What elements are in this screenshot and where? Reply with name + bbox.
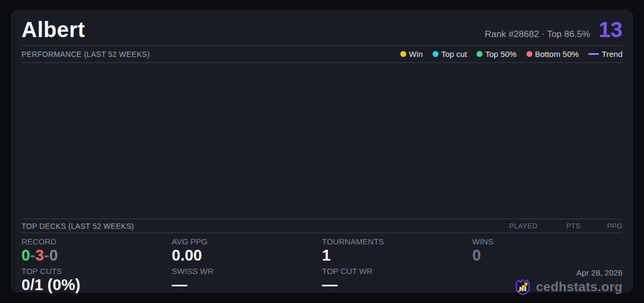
performance-chart — [21, 63, 623, 219]
stats-grid: RECORD 0-3-0 AVG PPG 0.00 TOURNAMENTS 1 … — [21, 233, 623, 297]
top-decks-column-headers: PLAYED PTS PPG — [488, 222, 623, 230]
stat-top-cuts: TOP CUTS 0/1 (0%) — [21, 266, 172, 296]
performance-section-title: PERFORMANCE (LAST 52 WEEKS) — [21, 50, 150, 59]
highlight-number: 13 — [599, 18, 623, 42]
trend-line-icon — [588, 53, 599, 55]
stat-record: RECORD 0-3-0 — [21, 237, 172, 266]
top-cut-wr-label: TOP CUT WR — [322, 266, 472, 276]
stat-avg-ppg: AVG PPG 0.00 — [172, 237, 322, 266]
legend-item-top-50[interactable]: Top 50% — [477, 49, 516, 59]
page-title: Albert — [21, 18, 85, 42]
record-separator: - — [30, 247, 35, 264]
avg-ppg-value: 0.00 — [172, 247, 322, 264]
stat-swiss-wr: SWISS WR — — [172, 266, 322, 296]
legend-item-win[interactable]: Win — [400, 49, 423, 59]
avg-ppg-label: AVG PPG — [172, 237, 322, 246]
legend-item-bottom-50[interactable]: Bottom 50% — [526, 49, 579, 59]
record-separator: - — [44, 247, 49, 264]
win-dot-icon — [400, 51, 406, 57]
record-label: RECORD — [21, 237, 172, 246]
legend-label: Bottom 50% — [535, 49, 579, 59]
rank-text: Rank #28682 · Top 86.5% — [485, 29, 590, 40]
top-cut-dot-icon — [433, 51, 438, 57]
swiss-wr-value: — — [172, 276, 322, 294]
cedhstats-logo-icon — [514, 278, 531, 295]
chart-legend: Win Top cut Top 50% Bottom 50% Trend — [400, 49, 623, 59]
legend-label: Top cut — [441, 49, 467, 59]
record-value: 0-3-0 — [21, 247, 172, 264]
top-cut-wr-value: — — [322, 276, 472, 294]
record-losses: 3 — [35, 247, 44, 264]
top-cuts-label: TOP CUTS — [21, 266, 172, 276]
brand-text: cedhstats.org — [536, 279, 623, 294]
rank-summary: Rank #28682 · Top 86.5% 13 — [485, 18, 623, 42]
date-text: Apr 28, 2026 — [472, 268, 623, 277]
column-header-pts: PTS — [538, 222, 581, 230]
legend-label: Win — [409, 49, 423, 59]
wins-value: 0 — [472, 247, 623, 264]
legend-item-trend[interactable]: Trend — [588, 49, 623, 59]
top-decks-section-title: TOP DECKS (LAST 52 WEEKS) — [21, 222, 134, 230]
performance-header-row: PERFORMANCE (LAST 52 WEEKS) Win Top cut … — [21, 46, 623, 62]
record-wins: 0 — [21, 247, 30, 264]
top-decks-header-row: TOP DECKS (LAST 52 WEEKS) PLAYED PTS PPG — [21, 219, 623, 233]
bottom-50-dot-icon — [526, 51, 532, 57]
tournaments-value: 1 — [322, 247, 472, 264]
wins-label: WINS — [472, 237, 623, 246]
record-draws: 0 — [49, 247, 58, 264]
column-header-played: PLAYED — [488, 222, 538, 230]
stat-top-cut-wr: TOP CUT WR — — [322, 266, 472, 296]
stat-wins: WINS 0 — [472, 237, 623, 266]
stat-tournaments: TOURNAMENTS 1 — [322, 237, 472, 266]
column-header-ppg: PPG — [581, 222, 623, 230]
tournaments-label: TOURNAMENTS — [322, 237, 472, 246]
card-footer: Apr 28, 2026 cedhstats.org — [472, 266, 623, 296]
top-50-dot-icon — [477, 51, 482, 57]
player-stats-card: Albert Rank #28682 · Top 86.5% 13 PERFOR… — [11, 10, 633, 293]
legend-label: Top 50% — [485, 49, 516, 59]
swiss-wr-label: SWISS WR — [172, 266, 322, 276]
card-header: Albert Rank #28682 · Top 86.5% 13 — [21, 10, 623, 45]
top-cuts-value: 0/1 (0%) — [21, 276, 172, 294]
brand-row: cedhstats.org — [472, 278, 623, 295]
legend-item-top-cut[interactable]: Top cut — [433, 49, 467, 59]
legend-label: Trend — [602, 49, 623, 59]
